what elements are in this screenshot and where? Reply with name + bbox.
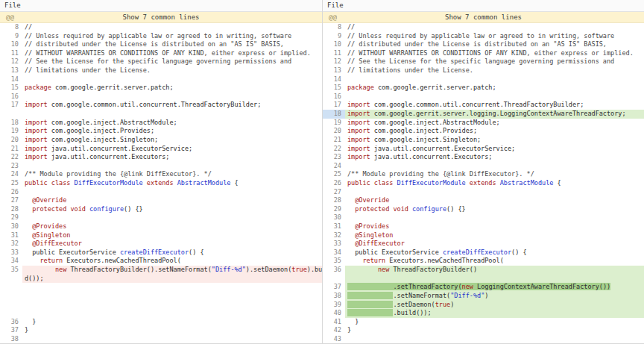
line-number[interactable]: 31 <box>323 222 345 231</box>
code-segment <box>347 257 362 264</box>
code-segment: import <box>347 110 374 117</box>
line-number[interactable]: 30 <box>0 222 22 231</box>
line-number[interactable]: 39 <box>323 301 345 310</box>
diff-row <box>0 309 322 318</box>
code-segment: ) <box>450 301 454 308</box>
diff-row: 37} <box>0 326 322 335</box>
diff-row: 18import com.google.inject.AbstractModul… <box>0 119 322 128</box>
line-number[interactable]: 31 <box>0 231 22 240</box>
line-number[interactable]: 30 <box>323 213 345 222</box>
code-line: .setDaemon(true) <box>345 301 644 310</box>
line-number[interactable]: 25 <box>323 170 345 179</box>
code-line: package com.google.gerrit.server.patch; <box>22 84 322 93</box>
line-number[interactable]: 12 <box>323 57 345 66</box>
code-segment: public class <box>347 179 397 187</box>
line-number[interactable]: 32 <box>0 240 22 248</box>
line-number[interactable]: 16 <box>0 93 22 101</box>
line-number[interactable]: 11 <box>323 49 345 58</box>
line-number[interactable]: 20 <box>323 127 345 136</box>
diff-row: 26 <box>0 188 322 197</box>
line-number[interactable]: 37 <box>323 283 345 292</box>
code-segment: com.google.gerrit.server.patch; <box>55 84 174 91</box>
line-number[interactable]: 33 <box>0 248 22 257</box>
line-number[interactable]: 27 <box>0 196 22 205</box>
code-segment: configure <box>412 205 446 213</box>
line-number[interactable]: 42 <box>323 326 345 335</box>
code-line: } <box>22 318 322 327</box>
code-line: new ThreadFactoryBuilder().setNameFormat… <box>22 266 322 275</box>
line-number[interactable]: 18 <box>0 119 22 128</box>
diff-row: 16 <box>0 93 322 101</box>
line-number[interactable]: 43 <box>323 335 345 344</box>
line-number[interactable]: 25 <box>0 179 22 188</box>
code-line <box>345 335 644 344</box>
diff-row <box>323 275 644 284</box>
expand-common-lines-button[interactable]: @@ Show 7 common lines <box>0 12 322 23</box>
code-segment: DiffExecutorModule <box>397 179 466 187</box>
line-number[interactable]: 40 <box>323 309 345 318</box>
expand-common-lines-button[interactable]: @@ Show 7 common lines <box>323 12 644 23</box>
line-number[interactable]: 17 <box>0 101 22 110</box>
line-number[interactable]: 22 <box>323 145 345 154</box>
line-number[interactable]: 32 <box>323 231 345 240</box>
line-number[interactable]: 9 <box>323 32 345 41</box>
line-number[interactable]: 37 <box>0 326 22 335</box>
line-number[interactable]: 34 <box>323 248 345 257</box>
line-number[interactable]: 13 <box>0 66 22 75</box>
line-number[interactable]: 24 <box>323 162 345 171</box>
line-number[interactable]: 24 <box>0 170 22 179</box>
code-segment: ThreadFactoryBuilder().setNameFormat( <box>70 266 211 273</box>
line-number[interactable]: 17 <box>323 101 345 110</box>
line-number[interactable]: 10 <box>0 40 22 49</box>
line-number[interactable]: 23 <box>323 153 345 162</box>
line-number[interactable]: 26 <box>0 188 22 197</box>
code-line: } <box>345 318 644 327</box>
line-number[interactable]: 38 <box>0 335 22 344</box>
line-number[interactable]: 28 <box>323 196 345 205</box>
diff-row: 14 <box>0 75 322 84</box>
line-number[interactable]: 9 <box>0 32 22 41</box>
line-number[interactable]: 12 <box>0 57 22 66</box>
diff-row: 19import com.google.inject.Provides; <box>0 127 322 136</box>
line-number[interactable]: 22 <box>0 153 22 162</box>
line-number[interactable]: 36 <box>0 318 22 327</box>
line-number[interactable]: 11 <box>0 49 22 58</box>
code-line <box>22 283 322 292</box>
line-number[interactable]: 29 <box>323 205 345 214</box>
code-segment: true <box>435 301 450 308</box>
line-number[interactable]: 21 <box>0 145 22 154</box>
line-number[interactable]: 16 <box>323 93 345 101</box>
line-number[interactable]: 27 <box>323 188 345 197</box>
code-line: import com.google.gerrit.server.logging.… <box>345 110 644 119</box>
code-line: // WITHOUT WARRANTIES OR CONDITIONS OF A… <box>22 49 322 58</box>
code-line <box>22 188 322 197</box>
line-number[interactable]: 29 <box>0 213 22 222</box>
code-segment: com.google.inject.Provides; <box>51 127 154 134</box>
line-number[interactable]: 15 <box>0 84 22 93</box>
line-number[interactable]: 34 <box>0 257 22 266</box>
diff-row: 29 protected void configure() {} <box>323 205 644 214</box>
line-number[interactable]: 8 <box>323 23 345 32</box>
line-number[interactable]: 28 <box>0 205 22 214</box>
line-number[interactable]: 21 <box>323 136 345 145</box>
line-number[interactable]: 14 <box>0 75 22 84</box>
line-number[interactable]: 10 <box>323 40 345 49</box>
line-number[interactable]: 35 <box>0 266 22 275</box>
line-number[interactable]: 18 <box>323 110 345 119</box>
line-number[interactable]: 14 <box>323 75 345 84</box>
line-number[interactable]: 19 <box>323 119 345 128</box>
line-number[interactable]: 26 <box>323 179 345 188</box>
line-number[interactable]: 41 <box>323 318 345 327</box>
line-number[interactable]: 36 <box>323 266 345 275</box>
line-number[interactable]: 19 <box>0 127 22 136</box>
line-number[interactable]: 35 <box>323 257 345 266</box>
code-segment: () {} <box>124 205 143 213</box>
line-number[interactable]: 13 <box>323 66 345 75</box>
line-number[interactable]: 38 <box>323 292 345 301</box>
diff-row: 22import java.util.concurrent.Executors; <box>0 153 322 162</box>
line-number[interactable]: 33 <box>323 240 345 248</box>
line-number[interactable]: 8 <box>0 23 22 32</box>
line-number[interactable]: 15 <box>323 84 345 93</box>
line-number[interactable]: 20 <box>0 136 22 145</box>
line-number[interactable]: 23 <box>0 162 22 171</box>
